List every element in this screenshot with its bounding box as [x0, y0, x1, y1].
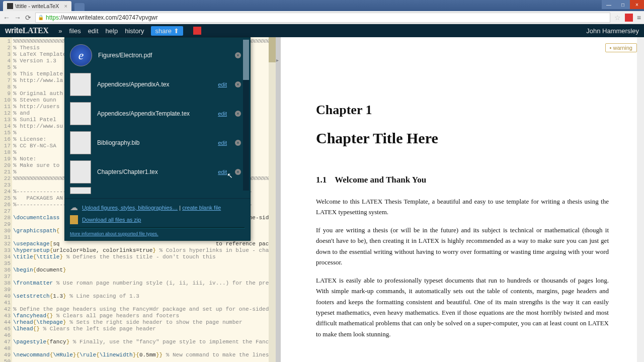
- menu-icon[interactable]: ≡: [637, 14, 641, 22]
- tab-close-icon[interactable]: ×: [64, 3, 67, 9]
- upload-link[interactable]: Upload figures, styles, bibliographies…: [82, 205, 178, 211]
- new-tab-button[interactable]: [74, 3, 85, 11]
- file-row[interactable]: [70, 187, 241, 195]
- download-zip-link[interactable]: Download all files as zip: [82, 217, 141, 223]
- preview-scrollbar[interactable]: [637, 37, 644, 362]
- menu-files[interactable]: files: [69, 27, 81, 35]
- document-thumb-icon: [70, 102, 91, 125]
- files-footer: ☁ Upload figures, styles, bibliographies…: [65, 198, 250, 240]
- section-number: 1.1: [316, 175, 327, 185]
- document-thumb-icon: [70, 73, 91, 96]
- paragraph: Welcome to this LATEX Thesis Template, a…: [316, 196, 609, 218]
- window-close-button[interactable]: ×: [630, 0, 644, 9]
- upload-cloud-icon: ☁: [70, 203, 78, 212]
- reload-button[interactable]: ⟳: [25, 14, 31, 22]
- file-delete-icon[interactable]: ×: [235, 169, 241, 175]
- file-name: Appendices/AppendixA.tex: [97, 81, 212, 88]
- menu-chevron[interactable]: »: [58, 27, 62, 35]
- bookmark-star-icon[interactable]: ☆: [614, 14, 621, 22]
- document-thumb-icon: [70, 131, 91, 154]
- pane-divider[interactable]: [276, 37, 281, 362]
- address-bar: ← → ⟳ 🔒 https://www.writelatex.com/24074…: [0, 11, 644, 24]
- file-name: Appendices/AppendixTemplate.tex: [97, 110, 212, 117]
- url-path: ://www.writelatex.com/240747vpvgwr: [59, 14, 158, 21]
- file-row[interactable]: Figures/Electron.pdf×: [70, 41, 241, 70]
- share-button[interactable]: share ⬆: [151, 26, 183, 36]
- file-edit-link[interactable]: edit: [218, 140, 227, 146]
- preview-pane[interactable]: • warning Chapter 1 Chapter Title Here 1…: [281, 37, 644, 362]
- forward-button[interactable]: →: [14, 14, 21, 22]
- file-name: Bibliography.bib: [97, 139, 212, 146]
- document-thumb-icon: [70, 187, 91, 194]
- document-thumb-icon: [70, 160, 91, 184]
- file-delete-icon[interactable]: ×: [235, 140, 241, 146]
- tab-favicon: [7, 3, 13, 9]
- username[interactable]: John Hammersley: [586, 27, 639, 35]
- chapter-number: Chapter 1: [316, 103, 609, 118]
- electron-thumb-icon: [70, 44, 92, 66]
- lock-icon: 🔒: [38, 15, 44, 20]
- file-delete-icon[interactable]: ×: [235, 81, 241, 87]
- file-delete-icon[interactable]: ×: [235, 111, 241, 117]
- url-input[interactable]: 🔒 https://www.writelatex.com/240747vpvgw…: [35, 13, 610, 23]
- file-edit-link[interactable]: edit: [218, 81, 227, 87]
- section-heading: 1.1Welcome and Thank You: [316, 175, 609, 185]
- window-minimize-button[interactable]: —: [602, 0, 616, 9]
- files-list: Figures/Electron.pdf×Appendices/Appendix…: [65, 38, 250, 198]
- logo[interactable]: writeLATEX: [5, 26, 48, 35]
- files-scrollbar[interactable]: [243, 40, 249, 191]
- create-blank-link[interactable]: create blank file: [182, 205, 221, 211]
- chapter-title: Chapter Title Here: [316, 130, 609, 147]
- url-protocol: https: [46, 14, 59, 21]
- paragraph: If you are writing a thesis (or will be …: [316, 225, 609, 268]
- line-gutter: 1234567891011121314151617181920212223242…: [0, 37, 12, 362]
- file-row[interactable]: Appendices/AppendixA.texedit×: [70, 70, 241, 99]
- editor-scrollbar[interactable]: [269, 37, 276, 362]
- share-arrow-icon: ⬆: [174, 27, 179, 35]
- file-edit-link[interactable]: edit: [218, 111, 227, 117]
- zip-icon: [70, 215, 78, 224]
- warning-badge[interactable]: • warning: [605, 43, 637, 52]
- section-title-text: Welcome and Thank You: [335, 175, 426, 185]
- tab-title: \ttitle - writeLaTeX: [15, 3, 59, 9]
- extension-icon[interactable]: [625, 14, 633, 22]
- browser-tab[interactable]: \ttitle - writeLaTeX ×: [3, 1, 71, 11]
- main-menu: » files edit help history share ⬆: [58, 26, 201, 36]
- back-button[interactable]: ←: [3, 14, 10, 22]
- menu-edit[interactable]: edit: [88, 27, 99, 35]
- file-row[interactable]: Appendices/AppendixTemplate.texedit×: [70, 99, 241, 128]
- body-text: Welcome to this LATEX Thesis Template, a…: [316, 196, 609, 339]
- supported-types-link[interactable]: More information about supported file ty…: [70, 231, 158, 236]
- file-delete-icon[interactable]: ×: [235, 52, 241, 58]
- browser-tab-strip: \ttitle - writeLaTeX × — □ ×: [0, 0, 644, 11]
- menu-help[interactable]: help: [106, 27, 118, 35]
- menu-history[interactable]: history: [125, 27, 144, 35]
- pdf-icon[interactable]: [193, 27, 201, 35]
- file-name: Chapters/Chapter1.tex: [97, 168, 212, 175]
- file-name: Figures/Electron.pdf: [98, 52, 227, 59]
- window-maximize-button[interactable]: □: [616, 0, 630, 9]
- file-edit-link[interactable]: edit: [218, 169, 227, 175]
- files-scroll-thumb[interactable]: [243, 40, 249, 80]
- editor-scroll-thumb[interactable]: [269, 37, 276, 62]
- file-row[interactable]: Bibliography.bibedit×: [70, 128, 241, 157]
- app-header: writeLATEX » files edit help history sha…: [0, 24, 644, 37]
- files-panel: Figures/Electron.pdf×Appendices/Appendix…: [64, 37, 251, 241]
- file-row[interactable]: Chapters/Chapter1.texedit×: [70, 157, 241, 187]
- paragraph: LATEX is easily able to professionally t…: [316, 275, 609, 340]
